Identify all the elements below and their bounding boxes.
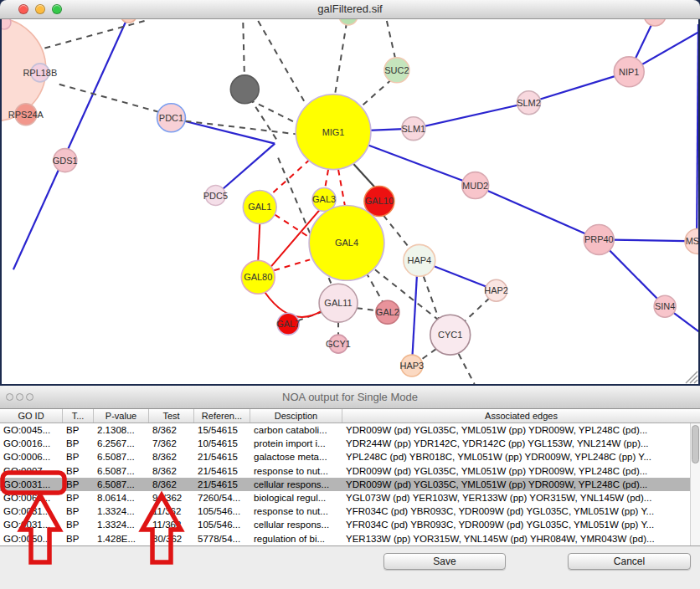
table-rows: GO:0045...BP2.1308...8/36215/54615carbon…: [0, 423, 700, 545]
edge-red_dash: [275, 214, 314, 240]
node-GCY1[interactable]: GCY1: [326, 335, 351, 353]
node-label: GAL3: [312, 194, 336, 204]
table-row[interactable]: GO:0031...BP6.5087...8/36221/54615cellul…: [0, 478, 700, 491]
table-cell: regulation of bi...: [250, 532, 342, 545]
column-header-desciption[interactable]: Desciption: [250, 409, 342, 423]
column-header-p-value[interactable]: P-value: [94, 409, 149, 423]
table-cell: 6.5087...: [94, 450, 149, 464]
table-cell: 8/362: [149, 478, 194, 491]
table-cell: YDR009W (pd) YGL035C, YML051W (pp) YDR00…: [342, 464, 700, 478]
node-SUC2[interactable]: SUC2: [384, 58, 409, 83]
table-cell: 5778/54...: [194, 532, 250, 545]
node-circle[interactable]: [339, 19, 358, 25]
node-GAL2[interactable]: GAL2: [376, 300, 399, 324]
table-cell: BP: [63, 504, 94, 518]
node-label: GDS1: [53, 156, 78, 166]
node-SIN4[interactable]: SIN4: [654, 295, 676, 317]
close-button-inactive[interactable]: [6, 393, 13, 401]
node-pink-node-cut-top[interactable]: [644, 19, 666, 26]
save-button[interactable]: Save: [383, 553, 506, 570]
node-circle[interactable]: [644, 19, 666, 26]
edge-red_dash: [325, 170, 328, 189]
table-cell: 1.428E...: [94, 532, 149, 545]
node-GAL4[interactable]: GAL4: [309, 205, 384, 280]
column-header-t-[interactable]: T...: [63, 409, 94, 423]
node-small-node-cut-top[interactable]: [121, 19, 137, 23]
table-row[interactable]: GO:0045...BP2.1308...8/36215/54615carbon…: [0, 423, 700, 437]
node-GAL11[interactable]: GAL11: [319, 284, 358, 322]
node-GDS1[interactable]: GDS1: [53, 149, 78, 172]
node-PRP40[interactable]: PRP40: [584, 224, 614, 254]
table-cell: YER133W (pp) YOR315W, YNL145W (pd) YHR08…: [342, 532, 700, 545]
noa-output-window: NOA output for Single Mode GO IDT...P-va…: [0, 386, 700, 589]
table-cell: GO:0016...: [0, 437, 63, 450]
node-circle[interactable]: [230, 75, 259, 104]
network-graph: RPL18BRPS24AGDS1PDC1MIG1SUC2SLM1SLM2NIP1…: [2, 19, 698, 384]
column-header-go-id[interactable]: GO ID: [0, 409, 63, 423]
vertical-scrollbar[interactable]: [690, 423, 700, 545]
noa-window-titlebar[interactable]: NOA output for Single Mode: [0, 386, 700, 409]
node-gray-node[interactable]: [230, 75, 259, 104]
cancel-button[interactable]: Cancel: [568, 553, 691, 570]
node-SLM1[interactable]: SLM1: [401, 117, 425, 141]
node-circle[interactable]: [121, 19, 137, 23]
zoom-button[interactable]: [52, 4, 62, 14]
table-row[interactable]: GO:0006...BP6.5087...8/36221/54615galact…: [0, 450, 700, 464]
node-GAL7[interactable]: GAL7: [276, 313, 300, 335]
node-GAL1[interactable]: GAL1: [243, 191, 276, 224]
node-label: GAL10: [365, 196, 394, 206]
table-cell: 94/362: [149, 491, 194, 504]
node-HAP4[interactable]: HAP4: [404, 244, 435, 276]
minimize-button[interactable]: [35, 4, 45, 14]
column-header-associated-edges[interactable]: Associated edges: [342, 409, 700, 423]
node-label: HAP3: [400, 361, 425, 371]
network-canvas[interactable]: RPL18BRPS24AGDS1PDC1MIG1SUC2SLM1SLM2NIP1…: [2, 19, 698, 384]
table-row[interactable]: GO:0065...BP8.0614...94/3627260/54...bio…: [0, 491, 700, 504]
table-row[interactable]: GO:0016...BP6.2567...7/36210/54615protei…: [0, 437, 700, 450]
node-MSL1[interactable]: MSL1: [685, 228, 698, 254]
edge-pd_dash: [464, 298, 490, 322]
minimize-button-inactive[interactable]: [16, 393, 23, 401]
edge-pd_dash: [421, 349, 436, 360]
network-window-titlebar[interactable]: galFiltered.sif: [0, 0, 700, 19]
table-cell: BP: [63, 478, 94, 491]
edge-pp: [529, 72, 630, 103]
node-green-node-cut-top[interactable]: [339, 19, 358, 25]
table-cell: 1.3324...: [94, 518, 149, 531]
node-label: SLM1: [401, 124, 425, 134]
table-row[interactable]: GO:0031...BP1.3324...11/362105/546...res…: [0, 504, 700, 518]
node-MIG1[interactable]: MIG1: [296, 95, 371, 170]
table-row[interactable]: GO:0031...BP1.3324...11/362105/546...cel…: [0, 518, 700, 531]
table-row[interactable]: GO:0050...BP1.428E...80/3625778/54...reg…: [0, 532, 700, 545]
edge-pd_dash: [387, 21, 395, 58]
table-cell: response to nut...: [250, 504, 342, 518]
zoom-button-inactive[interactable]: [26, 393, 33, 401]
node-NIP1[interactable]: NIP1: [614, 57, 644, 87]
node-label: GAL7: [276, 319, 300, 329]
table-cell: YFR034C (pd) YBR093C, YDR009W (pd) YGL03…: [342, 504, 700, 518]
table-cell: GO:0031...: [0, 504, 63, 518]
node-label: HAP2: [484, 285, 508, 295]
table-cell: BP: [63, 464, 94, 478]
node-GAL80[interactable]: GAL80: [241, 260, 275, 294]
table-cell: BP: [63, 518, 94, 531]
node-CYC1[interactable]: CYC1: [430, 315, 471, 355]
node-HAP2[interactable]: HAP2: [484, 279, 508, 301]
node-label: MSL1: [686, 236, 698, 246]
resize-grip-icon[interactable]: [683, 369, 698, 384]
node-label: RPL18B: [23, 68, 57, 78]
column-header-test[interactable]: Test: [149, 409, 194, 423]
table-row[interactable]: GO:0007...BP6.5087...8/36221/54615respon…: [0, 464, 700, 478]
node-HAP3[interactable]: HAP3: [400, 355, 425, 376]
scrollbar-thumb[interactable]: [692, 425, 699, 464]
table-cell: YDR244W (pp) YDR142C, YDR142C (pp) YGL15…: [342, 437, 700, 450]
table-cell: GO:0031...: [0, 518, 63, 531]
close-button[interactable]: [18, 4, 28, 14]
node-MUD2[interactable]: MUD2: [462, 172, 489, 199]
node-PDC1[interactable]: PDC1: [157, 104, 186, 132]
column-header-referen-[interactable]: Referen...: [194, 409, 250, 423]
node-SLM2[interactable]: SLM2: [517, 91, 541, 115]
node-label: GAL11: [324, 298, 352, 308]
node-label: GAL1: [248, 202, 271, 212]
edge-red_dash: [338, 170, 345, 207]
